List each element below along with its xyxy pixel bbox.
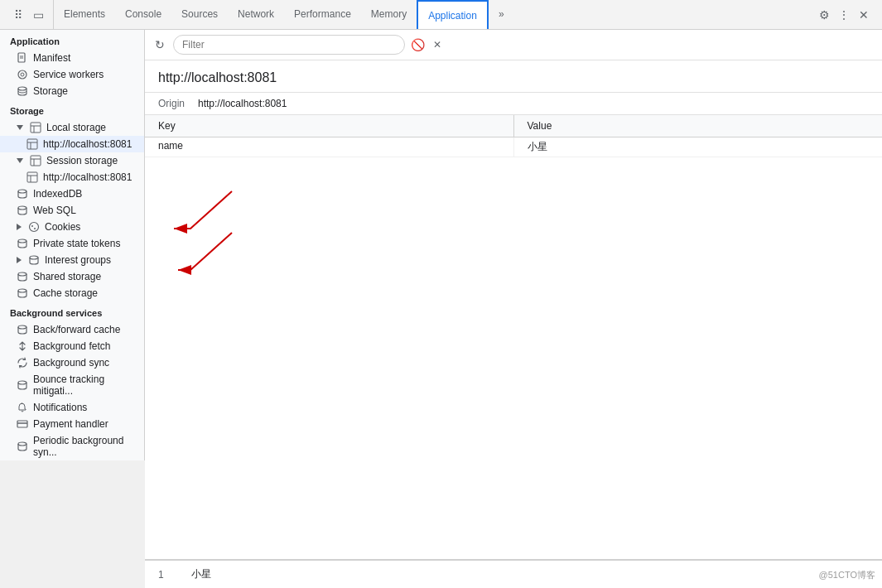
origin-label: Origin: [158, 98, 185, 109]
sidebar-item-bounce-tracking[interactable]: Bounce tracking mitigati...: [0, 371, 144, 399]
websql-label: Web SQL: [33, 205, 76, 216]
expand-session-storage-icon: [17, 158, 23, 163]
more-icon[interactable]: ⋮: [836, 7, 852, 23]
sidebar-item-back-forward-cache[interactable]: Back/forward cache: [0, 321, 144, 338]
svg-point-22: [34, 228, 36, 229]
svg-point-24: [30, 256, 38, 259]
local-storage-url-icon: [27, 138, 38, 150]
expand-local-storage-icon: [17, 125, 23, 130]
sidebar-item-shared-storage[interactable]: Shared storage: [0, 268, 144, 285]
content-toolbar: ↻ 🚫 ✕: [145, 30, 882, 60]
payment-handler-label: Payment handler: [33, 418, 108, 430]
local-storage-label: Local storage: [46, 122, 106, 133]
sidebar-item-session-storage[interactable]: Session storage: [0, 152, 144, 169]
svg-rect-9: [27, 139, 37, 149]
svg-point-5: [18, 87, 27, 90]
session-storage-icon: [30, 155, 41, 166]
background-sync-label: Background sync: [33, 357, 109, 369]
sidebar-item-cookies[interactable]: Cookies: [0, 219, 144, 235]
tab-console[interactable]: Console: [115, 0, 171, 29]
toolbar-right: ⚙ ⋮ ✕: [809, 7, 879, 23]
content-body: http://localhost:8081 Origin http://loca…: [145, 60, 882, 588]
device-icon[interactable]: ▭: [30, 7, 46, 23]
cache-storage-icon: [17, 287, 28, 299]
sidebar-item-periodic-background-sync[interactable]: Periodic background syn...: [0, 432, 144, 460]
storage-section-header: Storage: [0, 99, 144, 119]
shared-storage-icon: [17, 271, 28, 282]
private-state-tokens-icon: [17, 238, 28, 249]
private-state-tokens-label: Private state tokens: [33, 238, 120, 249]
filter-input[interactable]: [173, 35, 405, 55]
table-header: Key Value: [145, 115, 882, 137]
cookies-label: Cookies: [45, 221, 80, 233]
svg-point-31: [18, 442, 27, 446]
sidebar-item-cache-storage[interactable]: Cache storage: [0, 285, 144, 301]
sidebar-item-storage[interactable]: Storage: [0, 83, 144, 99]
clear-button[interactable]: ✕: [430, 37, 445, 52]
sidebar-item-private-state-tokens[interactable]: Private state tokens: [0, 235, 144, 252]
table-area: name 小星: [145, 137, 882, 560]
interest-groups-icon: [28, 254, 40, 266]
service-workers-icon: [17, 69, 28, 80]
close-devtools-icon[interactable]: ✕: [855, 7, 872, 23]
sidebar-item-background-sync[interactable]: Background sync: [0, 354, 144, 371]
settings-icon[interactable]: ⚙: [816, 7, 832, 23]
periodic-background-sync-icon: [17, 441, 28, 452]
background-fetch-label: Background fetch: [33, 340, 110, 352]
refresh-button[interactable]: ↻: [152, 36, 168, 53]
sidebar-item-interest-groups[interactable]: Interest groups: [0, 252, 144, 268]
sidebar-item-background-fetch[interactable]: Background fetch: [0, 338, 144, 354]
storage-label: Storage: [33, 85, 68, 97]
local-storage-url-label: http://localhost:8081: [43, 138, 132, 150]
sidebar: Application Manifest: [0, 30, 145, 460]
notifications-icon: [17, 402, 28, 413]
bg-services-section-header: Background services: [0, 301, 144, 321]
devtools-icons: ⠿ ▭: [3, 0, 54, 29]
svg-point-27: [18, 325, 27, 329]
indexeddb-label: IndexedDB: [33, 188, 82, 200]
sidebar-item-payment-handler[interactable]: Payment handler: [0, 416, 144, 432]
table-row[interactable]: name 小星: [145, 137, 882, 157]
inspect-icon[interactable]: ⠿: [10, 7, 27, 23]
svg-point-3: [18, 70, 27, 79]
sidebar-item-notifications[interactable]: Notifications: [0, 399, 144, 416]
bottom-panel: 1 小星: [145, 560, 882, 588]
tab-sources[interactable]: Sources: [171, 0, 228, 29]
back-forward-cache-label: Back/forward cache: [33, 324, 120, 335]
local-storage-icon: [30, 122, 41, 133]
cache-storage-label: Cache storage: [33, 287, 98, 299]
tab-memory[interactable]: Memory: [361, 0, 417, 29]
sidebar-item-session-storage-url[interactable]: http://localhost:8081: [0, 169, 144, 186]
tab-application[interactable]: Application: [417, 0, 489, 29]
sidebar-item-local-storage[interactable]: Local storage: [0, 119, 144, 136]
sidebar-item-manifest[interactable]: Manifest: [0, 50, 144, 66]
application-section-header: Application: [0, 30, 144, 50]
svg-rect-12: [31, 156, 41, 166]
bottom-data-row: 1 小星: [158, 567, 869, 581]
content-area: ↻ 🚫 ✕ http://localhost:8081 Origin http:…: [145, 30, 882, 588]
sidebar-item-websql[interactable]: Web SQL: [0, 202, 144, 219]
sidebar-item-indexeddb[interactable]: IndexedDB: [0, 186, 144, 202]
svg-point-19: [18, 206, 27, 210]
sidebar-item-local-storage-url[interactable]: http://localhost:8081: [0, 136, 144, 152]
tab-elements[interactable]: Elements: [54, 0, 115, 29]
tab-more[interactable]: »: [489, 0, 514, 29]
svg-point-21: [31, 225, 33, 227]
value-cell: 小星: [514, 137, 883, 157]
session-storage-url-label: http://localhost:8081: [43, 171, 132, 183]
svg-point-25: [18, 272, 27, 276]
service-workers-label: Service workers: [33, 69, 104, 80]
row-number: 1: [158, 569, 178, 581]
sidebar-item-service-workers[interactable]: Service workers: [0, 66, 144, 83]
tab-performance[interactable]: Performance: [284, 0, 361, 29]
cookies-icon: [28, 221, 40, 233]
origin-value: http://localhost:8081: [198, 98, 287, 109]
svg-rect-15: [27, 172, 37, 182]
delete-button[interactable]: 🚫: [410, 37, 425, 52]
background-fetch-icon: [17, 340, 28, 352]
svg-rect-6: [31, 123, 41, 133]
tab-network[interactable]: Network: [228, 0, 284, 29]
expand-interest-groups-icon: [17, 257, 22, 263]
svg-point-26: [18, 289, 27, 292]
tab-bar: Elements Console Sources Network Perform…: [54, 0, 809, 29]
